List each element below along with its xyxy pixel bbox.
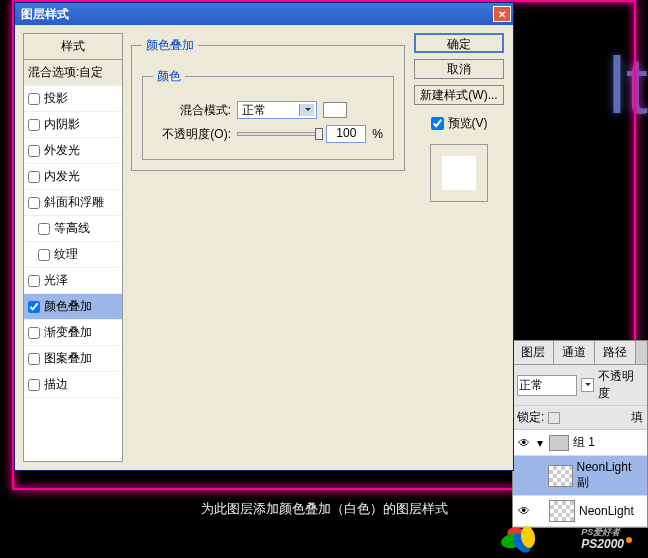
style-checkbox[interactable] [28,171,40,183]
watermark-logo: PS爱好者 PS2000 [497,524,632,554]
layer-name: NeonLight 副 [577,460,643,491]
slider-thumb[interactable] [315,128,323,140]
style-checkbox[interactable] [28,93,40,105]
blend-mode-label: 混合模式: [153,102,231,119]
style-label: 内阴影 [44,116,80,133]
style-item-外发光[interactable]: 外发光 [24,138,122,164]
style-label: 斜面和浮雕 [44,194,104,211]
style-label: 等高线 [54,220,90,237]
styles-list: 样式 混合选项:自定 投影内阴影外发光内发光斜面和浮雕等高线纹理光泽颜色叠加渐变… [23,33,123,462]
opacity-label: 不透明度(O): [153,126,231,143]
style-checkbox[interactable] [28,275,40,287]
style-label: 光泽 [44,272,68,289]
style-item-渐变叠加[interactable]: 渐变叠加 [24,320,122,346]
new-style-button[interactable]: 新建样式(W)... [414,85,504,105]
style-label: 图案叠加 [44,350,92,367]
layer-thumbnail [548,465,573,487]
style-checkbox[interactable] [28,379,40,391]
style-checkbox[interactable] [28,353,40,365]
style-item-描边[interactable]: 描边 [24,372,122,398]
panel-tabs: 图层 通道 路径 [513,341,647,365]
blend-mode-dropdown[interactable] [581,378,594,392]
layer-style-dialog: 图层样式 ✕ 样式 混合选项:自定 投影内阴影外发光内发光斜面和浮雕等高线纹理光… [14,2,514,471]
ok-button[interactable]: 确定 [414,33,504,53]
layer-row[interactable]: NeonLight 副 [513,456,647,496]
tab-channels[interactable]: 通道 [554,341,595,364]
dialog-title: 图层样式 [21,6,69,23]
style-label: 投影 [44,90,68,107]
panel-legend: 颜色叠加 [142,37,198,54]
caption-text: 为此图层添加颜色叠加（白色）的图层样式 [0,500,648,518]
blending-options-item[interactable]: 混合选项:自定 [24,60,122,86]
style-label: 外发光 [44,142,80,159]
style-checkbox[interactable] [28,301,40,313]
style-item-纹理[interactable]: 纹理 [24,242,122,268]
preview-label: 预览(V) [448,115,488,132]
settings-panel: 颜色叠加 颜色 混合模式: 正常 不透明度(O): 100 % [131,33,405,462]
preview-checkbox-row[interactable]: 预览(V) [431,115,488,132]
tab-layers[interactable]: 图层 [513,341,554,364]
preview-swatch [430,144,488,202]
disclosure-triangle-icon[interactable]: ▾ [535,436,545,450]
style-checkbox[interactable] [28,119,40,131]
dialog-buttons: 确定 取消 新建样式(W)... 预览(V) [413,33,505,462]
color-swatch[interactable] [323,102,347,118]
style-item-斜面和浮雕[interactable]: 斜面和浮雕 [24,190,122,216]
style-label: 纹理 [54,246,78,263]
style-item-颜色叠加[interactable]: 颜色叠加 [24,294,122,320]
styles-header[interactable]: 样式 [24,34,122,60]
blend-mode-select[interactable]: 正常 [517,375,577,396]
color-legend: 颜色 [153,68,185,85]
style-checkbox[interactable] [28,145,40,157]
style-label: 描边 [44,376,68,393]
opacity-slider[interactable] [237,132,320,136]
opacity-label: 不透明度 [598,368,643,402]
folder-icon [549,435,569,451]
style-item-等高线[interactable]: 等高线 [24,216,122,242]
tab-paths[interactable]: 路径 [595,341,636,364]
close-button[interactable]: ✕ [493,6,511,22]
style-label: 渐变叠加 [44,324,92,341]
lock-label: 锁定: [517,409,544,426]
style-item-内阴影[interactable]: 内阴影 [24,112,122,138]
lock-transparency-icon[interactable] [548,412,560,424]
style-checkbox[interactable] [28,327,40,339]
blend-mode-select[interactable]: 正常 [237,101,317,119]
layer-group[interactable]: 👁 ▾ 组 1 [513,430,647,456]
style-label: 内发光 [44,168,80,185]
style-item-光泽[interactable]: 光泽 [24,268,122,294]
preview-checkbox[interactable] [431,117,444,130]
titlebar[interactable]: 图层样式 ✕ [15,3,513,25]
visibility-icon[interactable] [517,469,530,483]
opacity-unit: % [372,127,383,141]
visibility-icon[interactable]: 👁 [517,436,531,450]
style-item-投影[interactable]: 投影 [24,86,122,112]
style-checkbox[interactable] [38,223,50,235]
style-item-图案叠加[interactable]: 图案叠加 [24,346,122,372]
group-name: 组 1 [573,434,595,451]
style-label: 颜色叠加 [44,298,92,315]
style-checkbox[interactable] [28,197,40,209]
color-overlay-fieldset: 颜色叠加 颜色 混合模式: 正常 不透明度(O): 100 % [131,37,405,171]
color-fieldset: 颜色 混合模式: 正常 不透明度(O): 100 % [142,68,394,160]
style-checkbox[interactable] [38,249,50,261]
opacity-input[interactable]: 100 [326,125,366,143]
fill-label: 填 [631,409,643,426]
cancel-button[interactable]: 取消 [414,59,504,79]
style-item-内发光[interactable]: 内发光 [24,164,122,190]
